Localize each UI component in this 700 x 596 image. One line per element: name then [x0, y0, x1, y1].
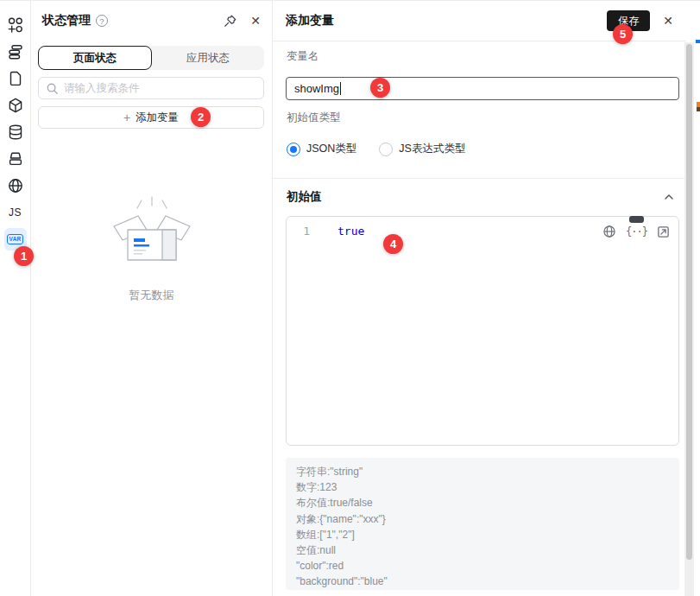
search-icon	[46, 82, 59, 95]
variable-name-input[interactable]: showImg	[286, 77, 679, 100]
initial-type-label: 初始值类型	[287, 111, 341, 125]
text-caret	[340, 82, 341, 95]
variable-name-value: showImg	[294, 82, 339, 95]
empty-state: 暂无数据	[31, 193, 272, 303]
radio-js-expression-type[interactable]: JS表达式类型	[379, 142, 465, 156]
step-badge-3: 3	[370, 78, 390, 98]
step-badge-4: 4	[383, 234, 403, 254]
hint-null: 空值:null	[296, 542, 669, 558]
panel-scrollbar-thumb[interactable]	[686, 44, 692, 560]
hint-object: 对象:{"name":"xxx"}	[296, 511, 669, 527]
search-input[interactable]	[64, 82, 256, 94]
editor-globe-icon[interactable]	[602, 225, 616, 238]
collapse-chevron-up-icon[interactable]	[662, 190, 676, 204]
step-badge-1: 1	[14, 246, 34, 266]
hint-background: "background":"blue"	[296, 574, 669, 589]
hint-array: 数组:["1","2"]	[296, 527, 669, 542]
initial-value-code-editor[interactable]: 1 true {··}	[286, 216, 679, 446]
empty-box-illustration	[104, 193, 200, 276]
add-variable-panel: 添加变量 保存 ✕ 变量名 showImg 初始值类型 JSON类型 JS表达式…	[273, 1, 686, 596]
resource-icon[interactable]	[4, 148, 27, 170]
empty-state-text: 暂无数据	[31, 288, 272, 303]
add-variable-button-label: 添加变量	[136, 111, 179, 125]
expand-fullscreen-icon[interactable]	[657, 225, 670, 238]
state-panel-close-icon[interactable]: ✕	[250, 15, 261, 27]
radio-json-circle	[287, 143, 300, 156]
initial-value-label: 初始值	[287, 189, 322, 205]
background-edge-fragment-blue	[696, 40, 700, 43]
plus-icon: +	[123, 111, 130, 124]
datasource-icon[interactable]	[4, 121, 27, 143]
page-js-icon[interactable]: JS	[4, 201, 27, 224]
step-badge-2: 2	[191, 107, 211, 127]
i18n-globe-icon[interactable]	[4, 174, 27, 197]
initial-value-section-header: 初始值	[287, 187, 676, 206]
radio-json-type[interactable]: JSON类型	[287, 142, 356, 156]
value-format-hints: 字符串:"string" 数字:123 布尔值:true/false 对象:{"…	[286, 458, 679, 590]
tab-page-state[interactable]: 页面状态	[38, 46, 152, 70]
editor-scrollbar-thumb[interactable]	[629, 216, 644, 223]
outline-tree-icon[interactable]	[4, 41, 27, 63]
initial-type-radio-group: JSON类型 JS表达式类型	[287, 142, 465, 156]
background-edge-fragment-dark	[697, 107, 700, 111]
add-variable-button[interactable]: + 添加变量	[38, 106, 264, 129]
step-badge-5: 5	[613, 24, 633, 44]
pin-icon[interactable]	[223, 14, 237, 29]
radio-js-label: JS表达式类型	[399, 142, 465, 156]
materials-icon[interactable]	[4, 14, 27, 36]
state-panel-title: 状态管理	[42, 13, 91, 29]
page-icon[interactable]	[4, 67, 27, 90]
format-braces-icon[interactable]: {··}	[626, 225, 647, 238]
state-panel-header: 状态管理 ? ✕	[31, 1, 272, 41]
hint-string: 字符串:"string"	[296, 464, 669, 479]
hint-number: 数字:123	[296, 479, 669, 495]
help-icon[interactable]: ?	[96, 15, 108, 27]
var-icon-label: VAR	[7, 234, 24, 245]
js-icon-label: JS	[9, 206, 22, 219]
tab-app-state[interactable]: 应用状态	[152, 46, 264, 70]
section-divider	[273, 178, 686, 179]
add-panel-title: 添加变量	[286, 13, 334, 29]
hint-color: "color":red	[296, 558, 669, 574]
state-tabs: 页面状态 应用状态	[38, 46, 264, 70]
add-panel-close-icon[interactable]: ✕	[663, 15, 673, 27]
hint-boolean: 布尔值:true/false	[296, 495, 669, 510]
radio-json-label: JSON类型	[306, 142, 356, 156]
editor-code-text: true	[337, 225, 364, 238]
variable-name-label: 变量名	[287, 49, 319, 64]
block-cube-icon[interactable]	[4, 94, 27, 117]
app-root: JS VAR 状态管理 ? ✕ 页面状态 应用状态	[0, 0, 700, 596]
state-management-panel: 状态管理 ? ✕ 页面状态 应用状态	[31, 1, 273, 596]
search-box	[38, 77, 264, 99]
editor-toolbar: {··}	[602, 225, 670, 238]
editor-line-number: 1	[287, 225, 310, 238]
radio-js-circle	[379, 143, 393, 156]
left-icon-rail: JS VAR	[0, 1, 31, 596]
